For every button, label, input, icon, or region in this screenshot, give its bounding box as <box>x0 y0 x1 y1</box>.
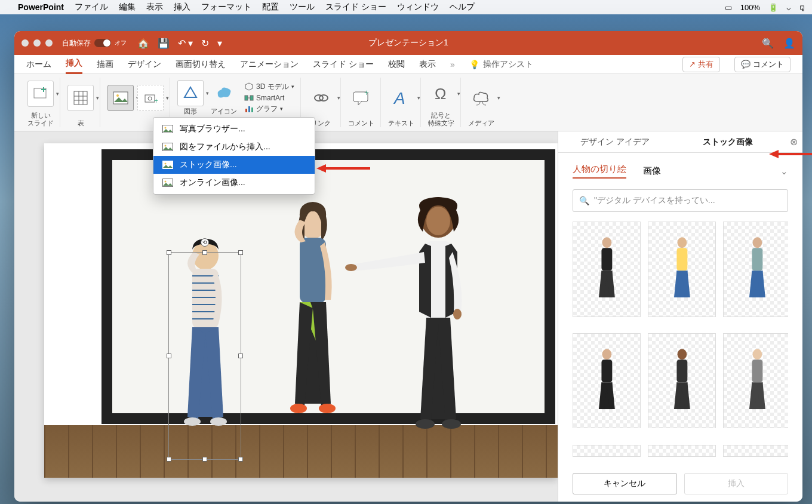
pictures-dropdown: 写真ブラウザー...図をファイルから挿入...ストック画像...オンライン画像.… <box>153 117 315 195</box>
icons-button[interactable] <box>211 80 237 106</box>
svg-point-66 <box>677 349 687 359</box>
tab-slideshow[interactable]: スライド ショー <box>313 56 374 73</box>
svg-point-82 <box>165 181 167 183</box>
menu-tools[interactable]: ツール <box>290 2 315 13</box>
app-name[interactable]: PowerPoint <box>18 2 64 12</box>
selection-handles[interactable]: ⟲ <box>168 252 241 460</box>
symbol-button[interactable]: Ω▾ <box>428 81 454 107</box>
more-tabs-icon[interactable]: » <box>450 60 455 69</box>
svg-rect-52 <box>601 248 612 271</box>
chart-button[interactable]: グラフ ▾ <box>244 104 294 114</box>
smartart-button[interactable]: SmartArt <box>244 93 294 103</box>
picture-menu-item-1[interactable]: 図をファイルから挿入... <box>153 138 315 156</box>
menu-format[interactable]: フォーマット <box>201 2 251 13</box>
svg-point-33 <box>453 309 462 319</box>
bluetooth-icon[interactable]: ⚼ <box>799 2 805 12</box>
menu-insert[interactable]: 挿入 <box>174 2 190 13</box>
shapes-button[interactable]: ▾ <box>177 80 204 106</box>
tab-home[interactable]: ホーム <box>26 56 51 73</box>
tell-me[interactable]: 💡 操作アシスト <box>469 59 533 70</box>
picture-menu-item-0[interactable]: 写真ブラウザー... <box>153 120 315 138</box>
menu-edit[interactable]: 編集 <box>119 2 136 13</box>
panel-tabs: デザイン アイデア ストック画像 ⊗ <box>558 131 802 153</box>
content-area: ⟲ デザイン アイデア ストック画像 ⊗ 人物の切り絵 画像 ⌄ <box>14 131 802 502</box>
tab-transitions[interactable]: 画面切り替え <box>176 56 226 73</box>
svg-rect-10 <box>145 95 155 102</box>
search-icon[interactable]: 🔍 <box>762 38 774 49</box>
autosave[interactable]: 自動保存 オフ <box>62 38 127 48</box>
menu-help[interactable]: ヘルプ <box>450 2 475 13</box>
stock-thumb-1[interactable] <box>648 222 716 317</box>
3d-model-button[interactable]: 3D モデル ▾ <box>244 82 294 92</box>
svg-marker-13 <box>184 87 196 97</box>
group-comment: +コメント <box>342 78 381 127</box>
save-icon[interactable]: 💾 <box>158 38 170 49</box>
tab-view[interactable]: 表示 <box>419 56 436 73</box>
tab-design[interactable]: デザイン <box>128 56 161 73</box>
undo-icon[interactable]: ↶ ▾ <box>178 38 193 49</box>
autosave-state: オフ <box>115 39 127 47</box>
text-button[interactable]: A▾ <box>388 85 414 111</box>
comment-button[interactable]: 💬コメント <box>734 57 791 72</box>
wifi-icon[interactable]: ⌵ <box>786 3 791 12</box>
menu-window[interactable]: ウィンドウ <box>397 2 439 13</box>
tab-insert[interactable]: 挿入 <box>66 54 82 74</box>
qat-more-icon[interactable]: ▾ <box>217 38 222 49</box>
insert-comment-button[interactable]: + <box>348 85 374 111</box>
stock-thumb-4[interactable] <box>573 333 641 429</box>
picture-menu-label: 図をファイルから挿入... <box>180 142 270 152</box>
redo-icon[interactable]: ↻ <box>201 38 209 49</box>
annotation-arrow-2 <box>769 148 812 160</box>
picture-menu-item-2[interactable]: ストック画像... <box>153 156 315 174</box>
chevron-down-icon[interactable]: ⌄ <box>780 166 788 177</box>
insert-button[interactable]: 挿入 <box>684 473 789 494</box>
svg-rect-70 <box>752 359 762 382</box>
pictures-button[interactable]: ▾ <box>107 85 134 111</box>
stock-thumb-9[interactable] <box>648 445 716 457</box>
quick-access-toolbar: 🏠 💾 ↶ ▾ ↻ ▾ <box>137 38 222 49</box>
new-slide-button[interactable]: ▾ <box>27 81 54 107</box>
tab-draw[interactable]: 描画 <box>97 56 113 73</box>
traffic-lights[interactable] <box>21 39 53 47</box>
display-icon[interactable]: ▭ <box>725 3 732 12</box>
tab-review[interactable]: 校閲 <box>388 56 405 73</box>
media-button[interactable]: ▾ <box>468 85 494 111</box>
category-image[interactable]: 画像 <box>643 165 661 177</box>
stock-thumb-8[interactable] <box>573 445 641 457</box>
share-button[interactable]: ↗共有 <box>682 57 720 72</box>
menu-view[interactable]: 表示 <box>146 2 163 13</box>
table-button[interactable]: ▾ <box>67 85 94 111</box>
menu-arrange[interactable]: 配置 <box>262 2 279 13</box>
group-new-slide: ▾ 新しい スライド <box>21 78 60 127</box>
group-media: ▾メディア <box>462 78 500 127</box>
svg-point-30 <box>416 419 435 429</box>
table-label: 表 <box>78 119 84 127</box>
picture-menu-item-3[interactable]: オンライン画像... <box>153 174 315 192</box>
tab-animations[interactable]: アニメーション <box>240 56 299 73</box>
stock-thumb-2[interactable] <box>723 222 788 317</box>
stock-thumb-5[interactable] <box>648 333 716 429</box>
cancel-button[interactable]: キャンセル <box>573 473 677 494</box>
stock-thumb-0[interactable] <box>573 222 641 317</box>
menu-file[interactable]: ファイル <box>75 2 108 13</box>
assist-label: 操作アシスト <box>483 59 533 70</box>
category-row: 人物の切り絵 画像 ⌄ <box>573 164 788 179</box>
stock-search-input[interactable]: 🔍 "デジタル デバイスを持ってい... <box>573 189 788 212</box>
rotate-handle[interactable]: ⟲ <box>201 238 209 247</box>
menu-slideshow[interactable]: スライド ショー <box>325 2 386 13</box>
screenshot-button[interactable]: +▾ <box>137 85 164 111</box>
panel-tab-stock-images[interactable]: ストック画像 <box>672 131 785 152</box>
account-icon[interactable]: 👤 <box>783 38 795 49</box>
category-cutout[interactable]: 人物の切り絵 <box>573 164 626 179</box>
link-button[interactable]: ▾ <box>308 85 334 111</box>
panel-tab-design-ideas[interactable]: デザイン アイデア <box>558 131 672 152</box>
svg-text:Ω: Ω <box>435 85 446 103</box>
autosave-toggle[interactable] <box>94 39 111 47</box>
group-text: A▾テキスト <box>382 78 421 127</box>
home-icon[interactable]: 🏠 <box>137 38 149 49</box>
svg-point-9 <box>116 94 119 97</box>
stock-thumb-10[interactable] <box>723 445 788 457</box>
svg-text:A: A <box>393 89 405 107</box>
person-middle[interactable] <box>265 198 361 455</box>
stock-thumb-6[interactable] <box>723 333 788 429</box>
